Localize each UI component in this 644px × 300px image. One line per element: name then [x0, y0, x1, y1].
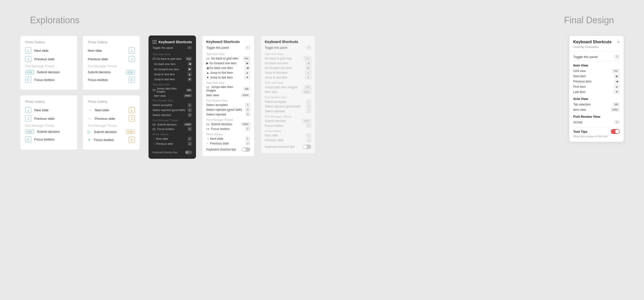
card4-row-3: ▷ Submit decision enter [88, 130, 135, 134]
card2-section2: Fixit Message Thread [88, 64, 135, 68]
final-panel: Keyboard Shortcuts × Amenity Evaluation … [569, 36, 624, 142]
card1-label-3: Submit decision [37, 70, 60, 74]
card1-key-L: L [25, 48, 31, 54]
light1-row-item-view: Item view enter [206, 93, 250, 98]
light1-row-grid: Go back to grid view esc [206, 56, 250, 61]
dots-icon-l2 [206, 86, 209, 88]
card3-key-C: C [25, 136, 31, 142]
card3-section2: Fixit Message Thread [25, 124, 72, 128]
card3-title: Photo Gallery [25, 100, 72, 104]
final-toggle-key: ? [614, 55, 620, 59]
card1-row-1: L Next slide [25, 48, 72, 54]
dark-panel-header: Keyboard Shortcuts [152, 40, 192, 44]
final-panel-title: Keyboard Shortcuts [573, 40, 612, 44]
card3-key-J: J [25, 116, 31, 122]
light1-fixit-review-label: Fixit Review View [206, 99, 250, 102]
light1-toggle-row: Toggle this panel / [206, 45, 250, 51]
gray-panel: Keyboard Shortcuts Toggle this panel / T… [260, 36, 316, 154]
card1-row-3: enter Submit decision [25, 70, 72, 74]
final-tips-toggle[interactable] [611, 129, 620, 134]
gray-row-grid: Go back to grid view esc [265, 56, 311, 61]
dark-row-tabs-images: Jumps tabs then images tab [152, 86, 192, 94]
card2-row-3: Submit decision enter [88, 70, 135, 74]
gray-row-next: Next slide L [265, 133, 311, 138]
gray-toggle-key: / [306, 46, 311, 50]
arrow-left-icon: ← [88, 116, 92, 121]
final-panel-subtitle: Amenity Evaluation [569, 45, 624, 52]
final-row-last-item: Last item ▼ [573, 89, 620, 94]
final-row-item-view: Item view enter [573, 107, 620, 112]
light1-row-first: ▲ Jump to first item ▲ [206, 70, 250, 75]
gray-toggle-row: Toggle this panel / [265, 45, 311, 51]
card1-key-C: C [25, 77, 31, 83]
card3-row-1: L Next slide [25, 107, 72, 113]
exp-card-4: Photo Gallery → Next slide L ← Previous … [82, 95, 140, 150]
light1-tips-toggle[interactable] [242, 147, 250, 152]
light-panel-1: Keyboard Shortcuts Toggle this panel / T… [202, 36, 254, 156]
card4-label-1: Next slide [95, 108, 126, 112]
light1-row-focus: Focus textbox C [206, 126, 250, 131]
final-fixit-review-title: Fixit Review View [573, 115, 620, 118]
dark-row-prev-slide: ← Previous slide J [152, 141, 192, 146]
gray-row-last: Jump to last item ▼ [265, 75, 311, 80]
light1-row-rejected-gf: Select rejected (good faith) 2 [206, 107, 250, 112]
dark-toggle-row: Toggle this panel / [152, 45, 192, 52]
dark-fixit-review-label: Fixit Review View [152, 99, 192, 102]
card4-label-4: Focus textbox [94, 138, 126, 142]
final-tips-row: Tool Tips [573, 129, 620, 134]
card3-label-2: Previous slide [34, 117, 54, 120]
gray-task-grid-label: Task Grid View [265, 81, 311, 84]
light1-row-rejected: Select rejected 3 [206, 112, 250, 117]
dark-row-submit: Submit decision enter [152, 122, 192, 126]
light1-tips-label: Keyboard shortcut tips [206, 148, 236, 151]
dark-row-next-slide: → Next slide L [152, 136, 192, 141]
gray-fixit-msg-label: Fixit Message Thread [265, 115, 311, 118]
card4-label-3: Submit decision [94, 130, 123, 134]
dark-row-first-item: Jump to first item ▲ [152, 72, 192, 77]
light1-row-accepted: Select accepted 1 [206, 102, 250, 107]
dark-tips-toggle[interactable] [185, 150, 192, 154]
card2-key-L: L [129, 48, 135, 54]
dots-icon-l3 [206, 124, 209, 126]
card2-label-4: Focus textbox [88, 78, 126, 82]
gray-tips-row: Keyboard shortcut tips [265, 142, 311, 150]
card3-row-4: C Focus textbox [25, 136, 72, 142]
dark-tips-row: Keyboard shortcut tips [152, 148, 192, 154]
card1-label-4: Focus textbox [34, 78, 54, 82]
light1-toggle-key: / [245, 46, 250, 50]
light1-toggle-label: Toggle this panel [206, 46, 229, 50]
dark-panel: Keyboard Shortcuts Toggle this panel / T… [148, 36, 196, 159]
gray-tips-label: Keyboard shortcut tips [265, 145, 294, 148]
card4-label-2: Previous slide [95, 117, 126, 120]
light1-row-tabs: Jumps tabs then images tab [206, 85, 250, 93]
gray-row-tabs: Jumps tabs then images tab [265, 85, 311, 90]
page-header: Explorations Final Design [0, 0, 644, 36]
card1-row-2: J Previous slide [25, 56, 72, 62]
light1-tips-row: Keyboard shortcut tips [206, 146, 250, 152]
gray-row-prev: Previous slide J [265, 138, 311, 142]
dark-row-grid-view: Go back to grid view esc [152, 56, 192, 61]
card3-label-1: Next slide [34, 108, 48, 112]
dark-row-item-view: Item view enter [152, 94, 192, 98]
card4-row-1: → Next slide L [88, 107, 135, 113]
card4-key-C: C [129, 137, 135, 143]
close-button[interactable]: × [617, 40, 620, 44]
final-panel-header: Keyboard Shortcuts × [569, 36, 624, 45]
card1-key-J: J [25, 56, 31, 62]
card1-label-1: Next slide [34, 49, 48, 52]
cross-icon: ✦ [88, 138, 91, 142]
dots-icon-l4 [206, 128, 209, 130]
gray-row-first: Jump to first item ▲ [265, 70, 311, 75]
final-tips-title: Tool Tips [573, 130, 588, 134]
gray-tips-toggle[interactable] [303, 144, 311, 149]
dark-row-rejected: Select rejected 3 [152, 112, 192, 118]
light1-task-item-label: Task Item View [206, 52, 250, 56]
exp-card-3: Photo Gallery L Next slide J Previous sl… [20, 95, 78, 150]
light1-row-next: → Next slide L [206, 136, 250, 141]
final-grid-view-title: Grid View [573, 97, 620, 101]
dark-row-rejected-gf: Select rejected (good faith) 2 [152, 108, 192, 112]
exp-card-1: Photo Gallery L Next slide J Previous sl… [20, 36, 78, 90]
dark-toggle-key: / [187, 46, 192, 49]
dark-photo-label: Photo Gallery [152, 133, 192, 136]
card2-key-C: C [129, 77, 135, 83]
